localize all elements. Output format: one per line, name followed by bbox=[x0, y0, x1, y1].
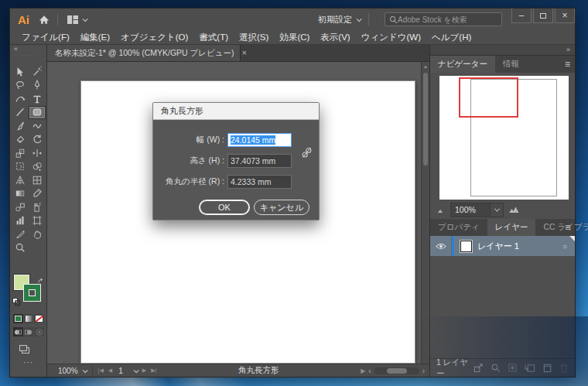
width-input[interactable]: 24.0145 mm bbox=[227, 133, 292, 147]
default-fill-stroke-icon[interactable] bbox=[12, 295, 20, 309]
cancel-button[interactable]: キャンセル bbox=[254, 200, 309, 215]
free-transform-tool-button[interactable] bbox=[12, 160, 29, 174]
tab-info[interactable]: 情報 bbox=[495, 56, 527, 73]
paintbrush-tool-button[interactable] bbox=[12, 119, 29, 133]
horizontal-scroll-thumb[interactable] bbox=[387, 368, 407, 374]
menu-select[interactable]: 選択(S) bbox=[234, 32, 274, 43]
ok-button[interactable]: OK bbox=[199, 200, 250, 215]
menu-object[interactable]: オブジェクト(O) bbox=[115, 32, 193, 43]
status-expand-icon[interactable]: ▶ bbox=[361, 367, 365, 374]
first-artboard-button[interactable]: |◀ bbox=[98, 367, 104, 374]
horizontal-scrollbar[interactable]: ▶ ‹ › bbox=[361, 367, 425, 375]
type-tool-button[interactable] bbox=[29, 92, 46, 106]
screen-mode-button[interactable] bbox=[19, 343, 32, 357]
close-button[interactable]: × bbox=[555, 9, 575, 23]
hand-tool-button[interactable] bbox=[29, 227, 46, 241]
workspace-switcher[interactable]: 初期設定 bbox=[318, 14, 361, 26]
navigator-view-rectangle[interactable] bbox=[459, 77, 518, 118]
curvature-tool-button[interactable] bbox=[12, 92, 29, 106]
minimize-button[interactable]: – bbox=[511, 9, 532, 23]
layer-name[interactable]: レイヤー 1 bbox=[477, 241, 562, 252]
edit-toolbar-button[interactable]: ··· bbox=[10, 358, 46, 367]
menu-type[interactable]: 書式(T) bbox=[193, 32, 234, 43]
layer-thumbnail[interactable] bbox=[460, 241, 472, 252]
menu-view[interactable]: 表示(V) bbox=[315, 32, 355, 43]
collect-for-export-icon[interactable] bbox=[473, 363, 484, 373]
symbol-sprayer-tool-button[interactable] bbox=[29, 200, 46, 214]
close-document-icon[interactable]: × bbox=[242, 49, 247, 57]
none-mode-button[interactable] bbox=[34, 314, 44, 323]
width-tool-button[interactable] bbox=[29, 146, 46, 160]
maximize-button[interactable] bbox=[533, 9, 553, 23]
zoom-level-dropdown[interactable]: 100% bbox=[58, 367, 87, 375]
previous-artboard-button[interactable]: ◀ bbox=[108, 367, 112, 374]
tab-navigator[interactable]: ナビゲーター bbox=[430, 56, 495, 73]
panel-menu-icon[interactable]: ≡ bbox=[565, 219, 570, 236]
column-graph-tool-button[interactable] bbox=[12, 214, 29, 228]
draw-behind-button[interactable] bbox=[24, 327, 34, 336]
chevron-down-cell[interactable] bbox=[490, 203, 503, 217]
artboard-number[interactable]: 1 bbox=[118, 367, 123, 375]
make-mask-icon[interactable] bbox=[508, 363, 518, 373]
new-sublayer-icon[interactable] bbox=[525, 363, 535, 373]
scroll-left-icon[interactable]: ‹ bbox=[368, 367, 371, 375]
tab-layers[interactable]: レイヤー bbox=[487, 219, 536, 236]
height-input[interactable]: 37.4073 mm bbox=[227, 154, 292, 168]
menu-edit[interactable]: 編集(E) bbox=[75, 32, 115, 43]
shaper-tool-button[interactable] bbox=[29, 119, 46, 133]
gradient-mode-button[interactable] bbox=[24, 314, 34, 323]
navigator-zoom-dropdown[interactable]: 100% bbox=[450, 203, 504, 217]
layer-visibility-toggle[interactable] bbox=[430, 236, 452, 256]
next-artboard-button[interactable]: ▶ bbox=[142, 367, 146, 374]
vertical-scrollbar[interactable]: ▲ bbox=[421, 62, 429, 364]
new-layer-icon[interactable] bbox=[542, 363, 552, 373]
toolbar-drag-handle[interactable]: ······ bbox=[10, 53, 46, 58]
locate-object-icon[interactable] bbox=[491, 363, 501, 373]
vertical-scroll-thumb[interactable] bbox=[423, 73, 428, 166]
layer-target-icon[interactable]: ○ bbox=[562, 242, 567, 251]
unlink-dimensions-icon[interactable] bbox=[301, 146, 313, 162]
scroll-up-icon[interactable]: ▲ bbox=[422, 62, 429, 69]
rectangle-tool-button[interactable] bbox=[29, 106, 46, 120]
rotate-tool-button[interactable] bbox=[29, 133, 46, 147]
lasso-tool-button[interactable] bbox=[12, 79, 29, 93]
scale-tool-button[interactable] bbox=[12, 146, 29, 160]
zoom-tool-button[interactable] bbox=[12, 241, 29, 255]
draw-inside-button[interactable] bbox=[34, 327, 44, 336]
horizontal-scroll-track[interactable] bbox=[374, 367, 419, 374]
zoom-out-mountain-icon[interactable] bbox=[436, 207, 446, 213]
eraser-tool-button[interactable] bbox=[12, 133, 29, 147]
scroll-right-icon[interactable]: › bbox=[422, 367, 425, 375]
document-tab[interactable]: 名称未設定-1* @ 100% (CMYK/GPU プレビュー) × bbox=[47, 45, 241, 61]
slice-tool-button[interactable] bbox=[12, 227, 29, 241]
delete-layer-icon[interactable] bbox=[559, 363, 569, 373]
canvas[interactable]: ▲ 角丸長方形 幅 (W) : 24.0145 mm 高さ (H) : bbox=[47, 62, 429, 364]
magic-wand-tool-button[interactable] bbox=[29, 65, 46, 79]
draw-normal-button[interactable] bbox=[13, 327, 23, 336]
home-icon[interactable] bbox=[39, 15, 50, 25]
blend-tool-button[interactable] bbox=[12, 200, 29, 214]
collapse-toolbar-button[interactable]: « bbox=[14, 45, 18, 53]
tab-cc-libraries[interactable]: CC ライブラリ bbox=[535, 219, 588, 236]
color-mode-button[interactable] bbox=[13, 314, 23, 323]
adobe-stock-search[interactable] bbox=[385, 12, 502, 26]
layer-row[interactable]: レイヤー 1 ○ bbox=[430, 236, 575, 256]
collapse-panels-button[interactable]: » bbox=[430, 45, 575, 56]
selection-tool-button[interactable] bbox=[12, 65, 29, 79]
swap-fill-stroke-icon[interactable] bbox=[38, 275, 45, 289]
artboard-tool-button[interactable] bbox=[29, 214, 46, 228]
navigator-preview[interactable] bbox=[439, 76, 569, 200]
perspective-grid-tool-button[interactable] bbox=[12, 173, 29, 187]
menu-window[interactable]: ウィンドウ(W) bbox=[356, 32, 426, 43]
mesh-tool-button[interactable] bbox=[29, 173, 46, 187]
menu-file[interactable]: ファイル(F) bbox=[16, 32, 75, 43]
pen-tool-button[interactable] bbox=[29, 79, 46, 93]
menu-help[interactable]: ヘルプ(H) bbox=[426, 32, 477, 43]
menu-effect[interactable]: 効果(C) bbox=[274, 32, 315, 43]
gradient-tool-button[interactable] bbox=[12, 187, 29, 201]
tab-properties[interactable]: プロパティ bbox=[430, 219, 487, 236]
last-artboard-button[interactable]: ▶| bbox=[151, 367, 156, 374]
arrange-documents-button[interactable] bbox=[67, 15, 87, 24]
search-input[interactable] bbox=[398, 15, 497, 24]
dialog-title[interactable]: 角丸長方形 bbox=[153, 103, 319, 120]
